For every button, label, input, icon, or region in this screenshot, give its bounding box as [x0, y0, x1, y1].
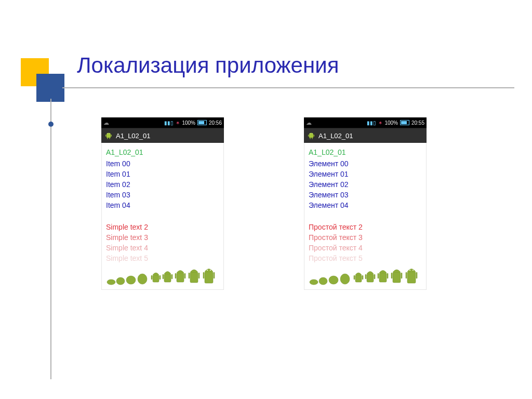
svg-rect-15 — [163, 274, 164, 279]
svg-rect-24 — [203, 272, 204, 278]
svg-rect-51 — [407, 272, 416, 283]
star-icon: ✶ — [176, 120, 180, 126]
svg-point-10 — [138, 274, 147, 284]
svg-rect-46 — [378, 273, 379, 278]
android-evolution-image — [106, 267, 219, 285]
clock: 20:56 — [209, 120, 222, 126]
svg-rect-52 — [406, 272, 407, 278]
svg-rect-40 — [354, 275, 355, 280]
list-item: Item 04 — [106, 200, 219, 210]
svg-rect-11 — [153, 275, 159, 282]
svg-point-37 — [329, 276, 338, 284]
battery-pct: 100% — [182, 120, 195, 126]
svg-rect-42 — [367, 274, 374, 282]
svg-point-26 — [207, 270, 208, 271]
svg-point-9 — [126, 276, 136, 284]
notification-icon: ☁ — [306, 119, 312, 126]
signal-icon: ▮▮▯ — [367, 120, 376, 126]
svg-point-34 — [312, 133, 312, 134]
notification-icon: ☁ — [103, 119, 109, 126]
phone-body: A1_L02_01 Элемент 00 Элемент 01 Элемент … — [304, 143, 427, 290]
decor-square-blue — [36, 74, 64, 102]
svg-rect-2 — [111, 135, 112, 137]
list-item: Item 01 — [106, 169, 219, 179]
star-icon: ✶ — [378, 120, 382, 126]
svg-rect-0 — [107, 135, 111, 138]
svg-rect-12 — [151, 275, 152, 280]
items-list: Item 00 Item 01 Item 02 Item 03 Item 04 — [106, 158, 219, 210]
simple-text-block: Простой текст 2 Простой текст 3 Простой … — [309, 222, 422, 263]
svg-rect-30 — [314, 135, 314, 137]
svg-point-33 — [310, 133, 310, 134]
svg-rect-53 — [416, 272, 417, 278]
app-bar: A1_L02_01 — [304, 128, 427, 143]
svg-rect-21 — [189, 273, 190, 278]
svg-rect-3 — [107, 138, 108, 139]
items-list: Элемент 00 Элемент 01 Элемент 02 Элемент… — [309, 158, 422, 210]
battery-pct: 100% — [384, 120, 398, 126]
svg-rect-4 — [109, 138, 110, 139]
svg-rect-25 — [214, 272, 215, 278]
svg-point-35 — [310, 280, 318, 285]
svg-point-6 — [109, 133, 110, 134]
status-bar: ☁ ▮▮▯ ✶ 100% 20:55 — [304, 117, 427, 128]
simple-text: Simple text 4 — [106, 243, 219, 253]
svg-rect-50 — [401, 273, 402, 278]
svg-rect-41 — [362, 275, 363, 280]
svg-point-8 — [116, 277, 125, 285]
simple-text: Простой текст 4 — [309, 243, 422, 253]
svg-point-36 — [319, 277, 327, 285]
simple-text: Простой текст 2 — [309, 222, 422, 232]
svg-point-5 — [107, 133, 108, 134]
svg-rect-20 — [190, 272, 198, 283]
simple-text: Простой текст 3 — [309, 232, 422, 243]
svg-rect-23 — [205, 272, 213, 283]
svg-rect-18 — [175, 273, 176, 278]
decor-hline — [62, 87, 514, 88]
list-item: Элемент 00 — [309, 158, 422, 169]
list-item: Item 02 — [106, 179, 219, 190]
list-item: Элемент 04 — [309, 200, 422, 210]
appbar-title: A1_L02_01 — [116, 132, 151, 140]
svg-rect-19 — [184, 273, 185, 278]
svg-rect-39 — [355, 275, 362, 282]
svg-rect-29 — [308, 135, 309, 137]
decor-bullet — [48, 122, 54, 127]
svg-rect-13 — [159, 275, 161, 280]
svg-point-55 — [413, 270, 414, 271]
phone-right: ☁ ▮▮▯ ✶ 100% 20:55 A1_L02_01 A1_L02_01 Э… — [304, 117, 427, 290]
signal-icon: ▮▮▯ — [164, 120, 174, 126]
svg-point-54 — [409, 270, 410, 271]
svg-rect-32 — [312, 138, 312, 139]
list-item: Item 00 — [106, 158, 219, 169]
phone-left: ☁ ▮▮▯ ✶ 100% 20:56 A1_L02_01 A1_L02_01 I… — [101, 117, 224, 290]
svg-rect-31 — [310, 138, 310, 139]
svg-rect-49 — [391, 273, 392, 278]
battery-icon — [400, 120, 409, 125]
simple-text: Simple text 5 — [106, 253, 219, 263]
svg-rect-14 — [164, 274, 171, 282]
decor-vline — [50, 99, 51, 379]
app-bar: A1_L02_01 — [101, 128, 224, 143]
simple-text: Simple text 2 — [106, 222, 219, 232]
list-item: Элемент 02 — [309, 179, 422, 190]
svg-rect-28 — [309, 135, 313, 138]
phone-body: A1_L02_01 Item 00 Item 01 Item 02 Item 0… — [101, 143, 224, 290]
list-item: Элемент 01 — [309, 169, 422, 179]
android-evolution-image — [309, 267, 422, 285]
simple-text: Простой текст 5 — [309, 253, 422, 263]
content-header: A1_L02_01 — [309, 148, 422, 156]
svg-rect-16 — [171, 274, 172, 279]
battery-icon — [197, 120, 207, 125]
svg-rect-1 — [105, 135, 106, 137]
content-header: A1_L02_01 — [106, 148, 219, 156]
svg-rect-43 — [365, 274, 366, 279]
svg-rect-17 — [177, 273, 184, 282]
svg-rect-47 — [387, 273, 388, 278]
list-item: Item 03 — [106, 190, 219, 200]
simple-text-block: Simple text 2 Simple text 3 Simple text … — [106, 222, 219, 263]
svg-rect-22 — [198, 273, 200, 278]
simple-text: Simple text 3 — [106, 232, 219, 243]
svg-rect-48 — [393, 272, 401, 283]
appbar-title: A1_L02_01 — [318, 132, 353, 140]
